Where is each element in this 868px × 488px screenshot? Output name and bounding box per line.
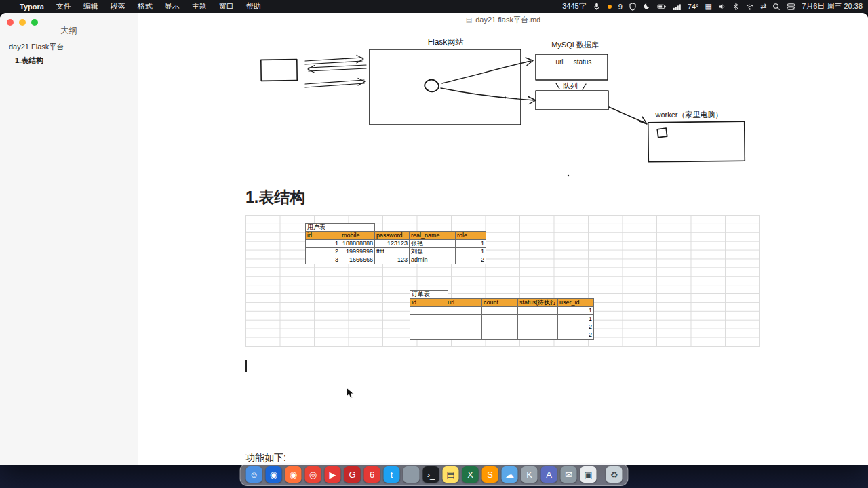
control-center-icon[interactable] <box>787 3 795 11</box>
menu-theme[interactable]: 主题 <box>186 1 213 12</box>
menu-app-name[interactable]: Typora <box>14 3 50 11</box>
cell: 2 <box>306 248 340 256</box>
wifi-icon[interactable] <box>745 3 754 11</box>
cell <box>446 307 482 315</box>
dock-icon-safari[interactable]: ◉ <box>266 466 282 483</box>
cell <box>518 331 558 340</box>
cell: password <box>375 232 410 240</box>
cell: 1 <box>456 240 486 248</box>
search-icon[interactable] <box>772 3 781 11</box>
dock-icon-twitter[interactable]: t <box>384 466 400 483</box>
worker-box <box>648 121 745 161</box>
arrow-to-mysql <box>442 61 531 83</box>
dock-icon-chrome[interactable]: ◎ <box>305 466 321 483</box>
dock-icon-app-a[interactable]: A <box>541 466 557 483</box>
record-indicator-icon <box>607 4 612 9</box>
input-switch-icon[interactable]: ⇄ <box>760 3 766 10</box>
document-tab: ▤ day21 flask平台.md <box>138 14 868 25</box>
user-table: id mobile password real_name role 1 1888… <box>305 231 486 264</box>
bluetooth-icon[interactable] <box>732 3 739 11</box>
process-blob <box>425 80 439 92</box>
cell: 188888888 <box>340 240 375 248</box>
menu-help[interactable]: 帮助 <box>240 1 267 12</box>
worker-label: worker（家里电脑） <box>654 110 722 119</box>
dock-icon-mail[interactable]: ✉ <box>561 466 577 483</box>
keyboard-icon[interactable]: ▦ <box>705 3 712 10</box>
cell: fffff <box>375 248 410 256</box>
order-table: id url count status(待执行 user_id 1 <box>410 298 594 340</box>
dock-icon-weather[interactable]: ☁ <box>502 466 518 483</box>
text-caret <box>245 360 247 372</box>
cell: id <box>410 299 446 307</box>
order-table-row: 1 <box>410 315 594 323</box>
dock-icon-keychain[interactable]: K <box>521 466 538 483</box>
cell: user_id <box>558 299 594 307</box>
menu-file[interactable]: 文件 <box>50 1 77 12</box>
menu-format[interactable]: 格式 <box>132 1 159 12</box>
dock-icon-excel[interactable]: X <box>462 466 479 483</box>
cell: 3 <box>306 256 340 264</box>
cell: 2 <box>456 256 486 264</box>
dock-icon-terminal[interactable]: ›_ <box>423 466 439 483</box>
cell: url <box>446 299 482 307</box>
outline-item-table-structure[interactable]: 1.表结构 <box>15 56 43 66</box>
dock-icon-files[interactable]: ▣ <box>580 466 597 483</box>
outline-panel-title: 大纲 <box>0 25 138 37</box>
section-heading: 1.表结构 <box>245 187 305 208</box>
cell: real_name <box>410 232 456 240</box>
moon-icon[interactable] <box>643 3 651 11</box>
cellular-icon <box>673 3 682 11</box>
dock-icon-app-6[interactable]: 6 <box>364 466 380 483</box>
cell <box>446 323 482 331</box>
volume-icon[interactable] <box>718 3 726 11</box>
dock-icon-notes[interactable]: ▤ <box>443 466 459 483</box>
menubar-status-area: 3445字 9 74° ▦ ⇄ <box>562 1 863 12</box>
order-table-row: 1 <box>410 307 594 315</box>
spreadsheet-image: 用户表 id mobile password real_name role 1 … <box>245 215 760 347</box>
word-count: 3445字 <box>562 1 586 12</box>
dock-icon-sublime[interactable]: S <box>482 466 498 483</box>
cell <box>410 307 446 315</box>
dock: ☺◉◉◎▶G6t=›_▤XS☁KA✉▣♻ <box>240 463 629 486</box>
notification-badge: 9 <box>618 3 623 11</box>
heading-rule <box>245 209 760 209</box>
dock-icon-firefox[interactable]: ◉ <box>285 466 302 483</box>
dock-icon-calculator[interactable]: = <box>403 466 420 483</box>
cell: 刘磊 <box>410 248 456 256</box>
menu-view[interactable]: 显示 <box>159 1 186 12</box>
cell: count <box>482 299 518 307</box>
cell: 123 <box>375 256 410 264</box>
cell <box>410 331 446 340</box>
flask-box <box>370 49 521 125</box>
shield-icon[interactable] <box>629 3 637 11</box>
cell: 1 <box>306 240 340 248</box>
dock-icon-app-g[interactable]: G <box>344 466 361 483</box>
cell <box>518 307 558 315</box>
cell: 2 <box>558 323 594 331</box>
outline-item-doc-title[interactable]: day21 Flask平台 <box>9 42 64 52</box>
cell <box>482 315 518 323</box>
cell <box>410 323 446 331</box>
mysql-label: MySQL数据库 <box>551 41 599 49</box>
cell <box>482 307 518 315</box>
menubar-datetime[interactable]: 7月6日 周三 20:38 <box>802 1 863 12</box>
menu-paragraph[interactable]: 段落 <box>104 1 132 12</box>
dock-icon-trash[interactable]: ♻ <box>606 466 623 483</box>
battery-icon[interactable] <box>657 3 667 11</box>
mysql-col-status: status <box>574 58 592 66</box>
cell: 1666666 <box>340 256 375 264</box>
menu-edit[interactable]: 编辑 <box>77 1 104 12</box>
request-arrows <box>305 56 366 88</box>
dock-icon-finder[interactable]: ☺ <box>246 466 262 483</box>
dock-icon-video-app[interactable]: ▶ <box>325 466 341 483</box>
outline-sidebar: 大纲 day21 Flask平台 1.表结构 <box>0 13 138 465</box>
order-table-row: 2 <box>410 323 594 331</box>
cell: 张艳 <box>410 240 456 248</box>
editor-area[interactable]: ▤ day21 flask平台.md <box>138 13 868 465</box>
cell <box>482 331 518 340</box>
mic-icon[interactable] <box>593 3 601 11</box>
cell <box>446 315 482 323</box>
menu-window[interactable]: 窗口 <box>213 1 240 12</box>
order-table-header-row: id url count status(待执行 user_id <box>410 299 594 307</box>
cell: 123123 <box>375 240 410 248</box>
